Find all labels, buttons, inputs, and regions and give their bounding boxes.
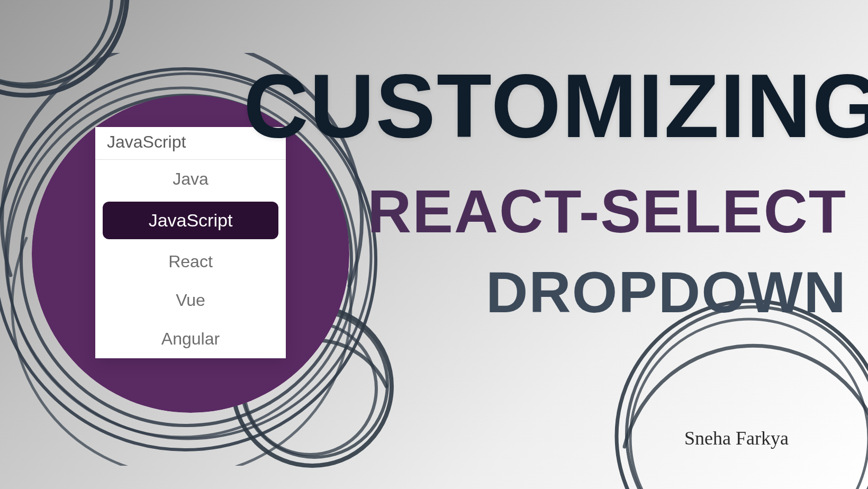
banner-canvas: JavaScript Java JavaScript React Vue Ang… <box>0 0 868 489</box>
headline-line-3: DROPDOWN <box>243 263 847 321</box>
headline-line-2: REACT-SELECT <box>243 181 847 242</box>
svg-point-10 <box>617 301 868 489</box>
select-option[interactable]: Angular <box>95 320 286 358</box>
author-name: Sneha Farkya <box>684 427 789 449</box>
headline-block: CUSTOMIZING REACT-SELECT DROPDOWN <box>243 64 847 321</box>
headline-line-1: CUSTOMIZING <box>243 64 847 149</box>
